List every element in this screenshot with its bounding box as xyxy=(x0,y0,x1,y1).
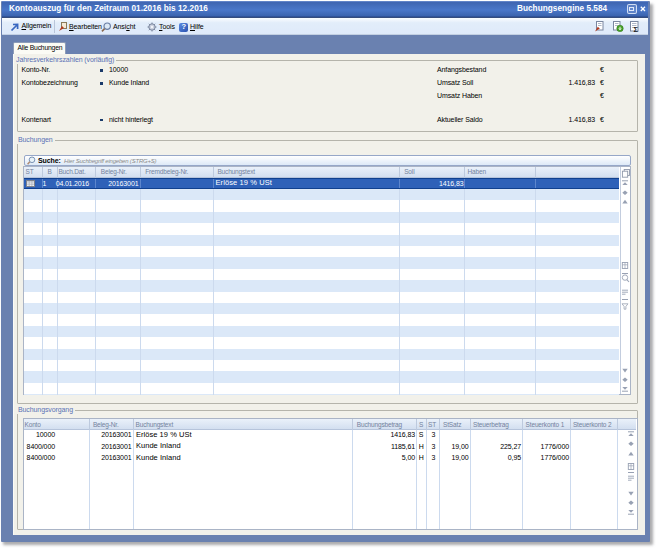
svg-text:Σ: Σ xyxy=(634,25,639,33)
